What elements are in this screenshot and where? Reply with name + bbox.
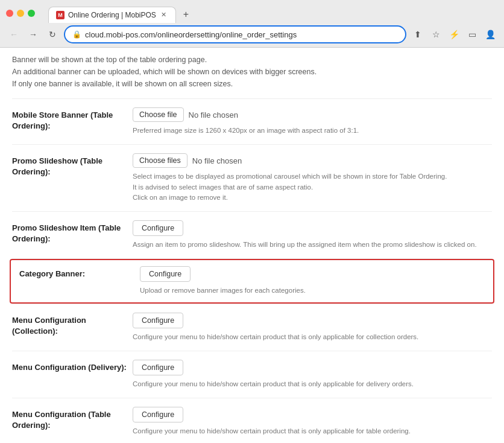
nav-actions: ⬆ ☆ ⚡ ▭ 👤 [410, 27, 498, 42]
control-menu-config-collection: Configure Configure your menu to hide/sh… [133, 313, 492, 342]
lock-icon: 🔒 [72, 30, 81, 39]
tabs-bar: M Online Ordering | MobiPOS ✕ + [42, 7, 200, 23]
row-category-banner: Category Banner: Configure Upload or rem… [10, 259, 494, 303]
control-mobile-store-banner: Choose file No file chosen Preferred ima… [133, 107, 492, 136]
configure-control-row-table: Configure [133, 407, 492, 422]
choose-files-button-slideshow[interactable]: Choose files [133, 153, 187, 168]
tab-title: Online Ordering | MobiPOS [68, 11, 156, 19]
hint-menu-config-delivery: Configure your menu to hide/show certain… [133, 379, 492, 389]
bookmark-button[interactable]: ☆ [428, 27, 444, 42]
control-promo-slideshow: Choose files No file chosen Select image… [133, 153, 492, 203]
control-promo-slideshow-item: Configure Assign an item to promo slides… [133, 220, 492, 250]
no-file-text-banner: No file chosen [189, 110, 238, 120]
no-file-text-slideshow: No file chosen [192, 156, 242, 165]
row-promo-slideshow-item: Promo Slideshow Item (Table Ordering): C… [12, 212, 492, 258]
row-mobile-store-banner: Mobile Store Banner (Table Ordering): Ch… [12, 99, 492, 144]
reload-button[interactable]: ↻ [45, 27, 60, 42]
configure-button-promo-slideshow-item[interactable]: Configure [133, 220, 183, 236]
hint-menu-config-collection: Configure your menu to hide/show certain… [133, 332, 492, 342]
tab-close-button[interactable]: ✕ [160, 11, 168, 19]
hint-promo-slideshow-item: Assign an item to promo slideshow. This … [133, 240, 492, 250]
configure-button-delivery[interactable]: Configure [133, 360, 183, 375]
file-control-row-banner: Choose file No file chosen [133, 107, 492, 122]
top-desc-line3: If only one banner is available, it will… [12, 78, 492, 90]
tab-favicon: M [56, 11, 65, 19]
extensions-button[interactable]: ⚡ [446, 27, 462, 42]
top-desc-line1: Banner will be shown at the top of the t… [12, 54, 492, 66]
configure-control-row-delivery: Configure [133, 360, 492, 375]
row-menu-config-table: Menu Configuration (Table Ordering): Con… [12, 398, 492, 443]
configure-control-row-category-banner: Configure [140, 266, 485, 282]
row-promo-slideshow: Promo Slideshow (Table Ordering): Choose… [12, 145, 492, 211]
hint-menu-config-table: Configure your menu to hide/show certain… [133, 426, 492, 436]
top-desc-line2: An additional banner can be uploaded, wh… [12, 66, 492, 78]
navigation-bar: ← → ↻ 🔒 ⬆ ☆ ⚡ ▭ 👤 [0, 22, 504, 47]
hint-mobile-store-banner: Preferred image size is 1260 x 420px or … [133, 126, 492, 136]
file-control-row-slideshow: Choose files No file chosen [133, 153, 492, 168]
label-mobile-store-banner: Mobile Store Banner (Table Ordering): [12, 107, 133, 132]
forward-button[interactable]: → [25, 27, 41, 42]
label-menu-config-table: Menu Configuration (Table Ordering): [12, 407, 133, 431]
address-input[interactable] [85, 30, 398, 39]
hint-promo-slideshow: Select images to be displayed as promoti… [133, 171, 492, 203]
close-window-button[interactable] [6, 10, 13, 17]
configure-control-row-collection: Configure [133, 313, 492, 328]
configure-button-table[interactable]: Configure [133, 407, 183, 422]
choose-file-button-banner[interactable]: Choose file [133, 107, 184, 122]
sidebar-button[interactable]: ▭ [464, 27, 480, 42]
label-category-banner: Category Banner: [19, 266, 140, 279]
title-bar: M Online Ordering | MobiPOS ✕ + [0, 0, 504, 22]
label-promo-slideshow: Promo Slideshow (Table Ordering): [12, 153, 133, 177]
address-bar[interactable]: 🔒 [64, 25, 406, 43]
label-menu-config-collection: Menu Configuration (Collection): [12, 313, 133, 337]
control-menu-config-delivery: Configure Configure your menu to hide/sh… [133, 360, 492, 389]
browser-chrome: M Online Ordering | MobiPOS ✕ + ← → ↻ 🔒 … [0, 0, 504, 48]
configure-button-category-banner[interactable]: Configure [140, 266, 191, 282]
minimize-window-button[interactable] [17, 10, 24, 17]
window-controls [6, 10, 35, 17]
maximize-window-button[interactable] [28, 10, 35, 17]
back-button[interactable]: ← [6, 27, 22, 42]
control-menu-config-table: Configure Configure your menu to hide/sh… [133, 407, 492, 436]
settings-container: Banner will be shown at the top of the t… [0, 48, 504, 443]
profile-button[interactable]: 👤 [482, 27, 498, 42]
top-description: Banner will be shown at the top of the t… [12, 48, 492, 98]
row-menu-config-collection: Menu Configuration (Collection): Configu… [12, 304, 492, 351]
active-tab[interactable]: M Online Ordering | MobiPOS ✕ [48, 7, 176, 23]
row-menu-config-delivery: Menu Configuration (Delivery): Configure… [12, 351, 492, 398]
hint-category-banner: Upload or remove banner images for each … [140, 285, 485, 296]
share-button[interactable]: ⬆ [410, 27, 426, 42]
new-tab-button[interactable]: + [178, 7, 194, 22]
label-menu-config-delivery: Menu Configuration (Delivery): [12, 360, 133, 373]
configure-button-collection[interactable]: Configure [133, 313, 183, 328]
control-category-banner: Configure Upload or remove banner images… [140, 266, 485, 296]
configure-control-row-slideshow-item: Configure [133, 220, 492, 236]
page-content: Banner will be shown at the top of the t… [0, 48, 504, 443]
label-promo-slideshow-item: Promo Slideshow Item (Table Ordering): [12, 220, 133, 244]
